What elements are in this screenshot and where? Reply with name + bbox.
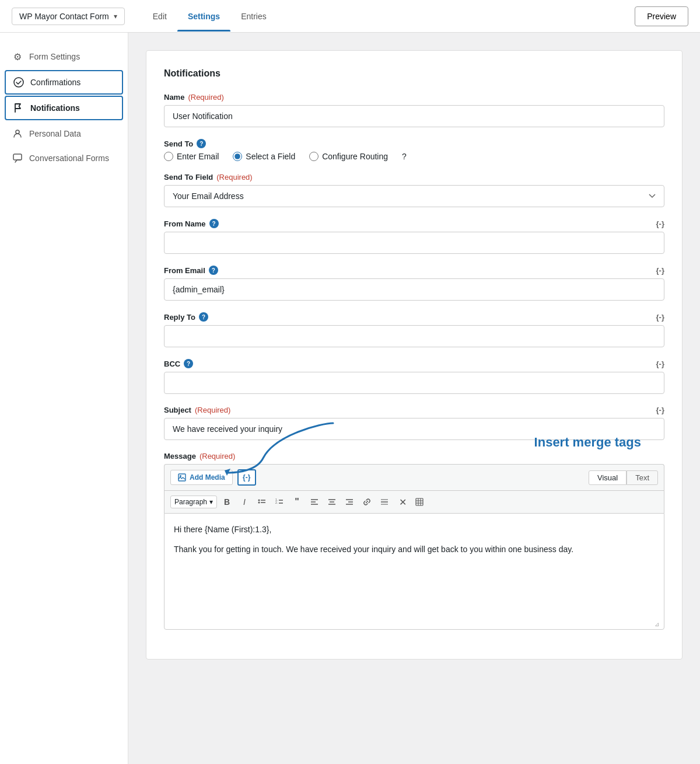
send-to-field-select[interactable]: Your Email Address [164,185,664,207]
svg-point-1 [16,130,19,134]
editor-content[interactable]: Hi there {Name (First):1.3}, Thank you f… [164,513,664,630]
align-center-button[interactable] [324,494,340,510]
form-selector[interactable]: WP Mayor Contact Form ▾ [12,8,125,25]
align-left-button[interactable] [307,494,322,510]
form-selector-label: WP Mayor Contact Form [19,12,109,21]
svg-rect-2 [13,154,22,160]
sidebar: ⚙ Form Settings Confirmations Notificati… [0,33,128,764]
align-center-icon [328,498,336,506]
blockquote-button[interactable]: " [289,494,304,510]
radio-configure-routing[interactable]: Configure Routing [309,152,388,161]
preview-button[interactable]: Preview [635,6,688,26]
nav-edit[interactable]: Edit [142,1,177,32]
nav-entries[interactable]: Entries [230,1,277,32]
ordered-list-button[interactable]: 1. 2. [272,494,287,510]
bcc-field-group: BCC ? {-} [164,359,664,394]
text-tab[interactable]: Text [626,470,658,485]
sidebar-item-form-settings[interactable]: ⚙ Form Settings [0,44,128,69]
gear-icon: ⚙ [12,51,23,62]
people-icon [12,128,23,139]
unordered-list-button[interactable] [254,494,270,510]
bcc-help-icon[interactable]: ? [184,359,193,368]
separator-icon [380,498,388,506]
main-layout: ⚙ Form Settings Confirmations Notificati… [0,33,700,764]
from-email-field-group: From Email ? {-} [164,266,664,301]
editor-line1: Hi there {Name (First):1.3}, [174,523,654,536]
from-name-label: From Name ? {-} [164,219,664,228]
editor-line2: Thank you for getting in touch. We have … [174,543,654,556]
message-field-group: Message (Required) Insert merge tags [164,452,664,630]
send-to-help-icon[interactable]: ? [197,139,206,148]
reply-to-input[interactable] [164,325,664,347]
name-field-group: Name (Required) [164,93,664,127]
name-required: (Required) [188,93,223,102]
annotation-label: Insert merge tags [534,435,641,450]
bcc-label: BCC ? {-} [164,359,664,368]
italic-button[interactable]: I [237,494,252,510]
merge-tags-button[interactable]: {-} [237,469,256,486]
table-button[interactable] [412,494,427,510]
content-area: Notifications Name (Required) Send To ? [128,33,700,764]
resize-handle[interactable]: ⊿ [654,620,662,627]
name-input[interactable] [164,105,664,127]
radio-configure-routing-input[interactable] [309,152,318,161]
from-name-input[interactable] [164,232,664,254]
sidebar-item-confirmations[interactable]: Confirmations [5,70,123,95]
check-circle-icon [13,76,24,88]
send-to-field-dropdown-group: Send To Field (Required) Your Email Addr… [164,173,664,207]
sidebar-item-conversational-forms[interactable]: Conversational Forms [0,146,128,170]
link-button[interactable] [359,494,374,510]
nav-settings[interactable]: Settings [177,1,230,32]
from-email-merge-tag-btn[interactable]: {-} [656,266,664,275]
visual-tab[interactable]: Visual [589,470,626,485]
radio-enter-email-input[interactable] [164,152,173,161]
bcc-input[interactable] [164,372,664,394]
sidebar-label-personal-data: Personal Data [29,129,81,138]
format-select[interactable]: Paragraph ▾ [170,496,217,508]
reply-to-label: Reply To ? {-} [164,312,664,322]
from-email-help-icon[interactable]: ? [209,266,218,275]
bcc-merge-tag-btn[interactable]: {-} [656,360,664,368]
from-name-field-group: From Name ? {-} [164,219,664,254]
from-name-merge-tag-btn[interactable]: {-} [656,219,664,228]
subject-label: Subject (Required) {-} [164,406,664,414]
send-to-label: Send To ? [164,139,664,148]
link-icon [363,498,371,506]
editor-toolbar-top: Add Media {-} Visual Text [164,464,664,490]
top-bar: WP Mayor Contact Form ▾ Edit Settings En… [0,0,700,33]
align-right-button[interactable] [342,494,357,510]
add-media-button[interactable]: Add Media [170,470,233,485]
table-icon [415,498,424,506]
svg-point-0 [14,78,23,87]
reply-to-merge-tag-btn[interactable]: {-} [656,313,664,322]
reply-to-help-icon[interactable]: ? [199,312,208,322]
chevron-down-icon: ▾ [114,12,117,20]
send-to-field-required: (Required) [216,173,252,182]
separator-button[interactable] [377,494,392,510]
chat-icon [12,152,23,164]
from-name-help-icon[interactable]: ? [209,219,219,228]
routing-help-icon[interactable]: ? [402,152,407,161]
ul-icon [258,498,266,506]
from-email-input[interactable] [164,278,664,301]
flag-icon [13,102,24,114]
svg-text:2.: 2. [275,501,278,504]
ol-icon: 1. 2. [275,498,284,506]
radio-select-field-input[interactable] [233,152,242,161]
svg-point-7 [258,502,260,504]
sidebar-item-notifications[interactable]: Notifications [5,96,123,120]
message-required: (Required) [200,452,235,461]
sidebar-item-personal-data[interactable]: Personal Data [0,121,128,146]
send-to-field-label: Send To Field (Required) [164,173,664,182]
send-to-field-group: Send To ? Enter Email Select a Field Con… [164,139,664,161]
top-nav: Edit Settings Entries [142,1,635,32]
from-email-label: From Email ? {-} [164,266,664,275]
bold-button[interactable]: B [219,494,235,510]
more-button[interactable]: ✕ [394,494,410,510]
editor-view-tabs: Visual Text [589,470,658,485]
content-panel: Notifications Name (Required) Send To ? [146,50,682,660]
radio-select-field[interactable]: Select a Field [233,152,295,161]
subject-merge-tag-btn[interactable]: {-} [656,406,664,414]
radio-enter-email[interactable]: Enter Email [164,152,219,161]
align-left-icon [310,498,318,506]
